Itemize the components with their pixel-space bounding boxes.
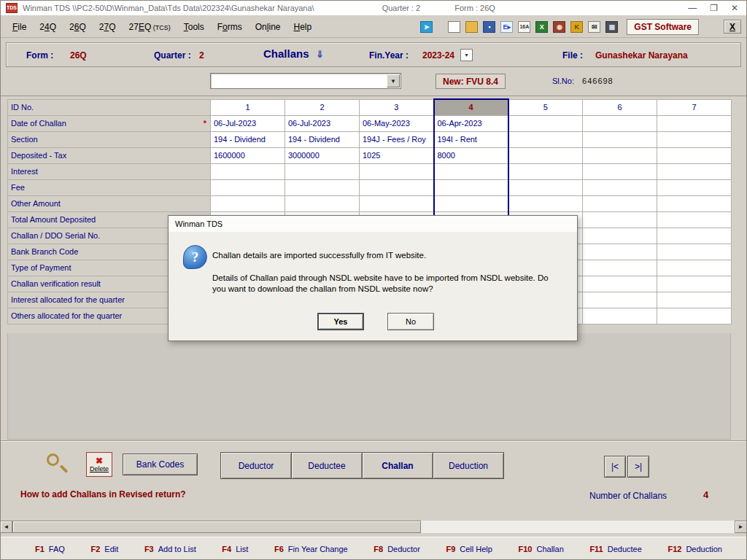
tab-deductor[interactable]: Deductor [220,452,292,479]
grid-cell[interactable]: 06-Jul-2023 [285,115,360,131]
grid-cell[interactable] [583,179,657,195]
menu-forms[interactable]: Forms [211,19,249,35]
grid-cell[interactable] [508,131,583,147]
grid-cell[interactable] [657,131,732,147]
gst-software-button[interactable]: GST Software [627,19,699,35]
grid-cell[interactable] [211,163,285,179]
fkey-f12[interactable]: F12Deduction [667,545,722,553]
grid-cell[interactable]: 194I - Rent [434,131,508,147]
grid-cell[interactable] [360,195,434,211]
fkey-f11[interactable]: F11Deductee [589,545,641,553]
tab-deduction[interactable]: Deduction [433,452,504,479]
grid-cell[interactable] [508,179,583,195]
grid-cell[interactable] [285,163,360,179]
grid-cell[interactable]: 1600000 [211,147,285,163]
tab-challan[interactable]: Challan [362,452,433,479]
grid-cell[interactable] [360,163,434,179]
grid-cell[interactable] [508,195,583,211]
grid-cell[interactable]: 1025 [360,147,434,163]
grid-cell[interactable] [434,195,508,211]
menu-tools[interactable]: Tools [177,19,211,35]
fkey-f4[interactable]: F4List [222,545,248,553]
grid-cell[interactable] [657,147,732,163]
grid-cell[interactable] [434,163,508,179]
grid-cell[interactable] [657,228,732,244]
delete-button[interactable]: ✖ Delete [86,452,112,477]
challan-search-combobox[interactable]: ▼ [210,73,401,89]
column-header-cell[interactable]: 1 [211,99,285,115]
column-header-cell[interactable]: 4 [434,99,508,115]
grid-cell[interactable] [285,195,360,211]
scrollbar-thumb[interactable] [12,521,421,533]
grid-cell[interactable] [583,292,657,308]
nav-first-button[interactable]: |< [604,456,626,478]
grid-cell[interactable] [657,276,732,292]
menu-26q[interactable]: 26Q [63,19,93,35]
scroll-left-icon[interactable]: ◄ [0,521,12,533]
grid-cell[interactable] [583,276,657,292]
fkey-f2[interactable]: F2Edit [90,545,118,553]
grid-cell[interactable] [657,115,732,131]
column-header-cell[interactable]: 5 [508,99,583,115]
chevron-down-icon[interactable]: ▼ [387,74,400,88]
grid-cell[interactable] [583,244,657,260]
grid-cell[interactable] [583,131,657,147]
grid-cell[interactable]: 194J - Fees / Roy [360,131,434,147]
grid-cell[interactable] [657,244,732,260]
grid-cell[interactable] [583,147,657,163]
menu-online[interactable]: Online [249,19,287,35]
grid-cell[interactable] [211,179,285,195]
open-folder-icon[interactable] [465,21,478,33]
grid-cell[interactable]: 06-May-2023 [360,115,434,131]
menu-file[interactable]: File [6,19,33,35]
menu-help[interactable]: Help [287,19,318,35]
keys-icon[interactable]: K [570,21,583,33]
no-button[interactable]: No [387,313,434,330]
close-button[interactable]: ✕ [731,3,738,13]
grid-cell[interactable] [657,163,732,179]
yes-button[interactable]: Yes [317,313,364,330]
grid-cell[interactable]: 8000 [434,147,508,163]
grid-cell[interactable] [508,115,583,131]
lock-icon[interactable]: ◉ [553,21,565,33]
search-icon[interactable] [45,452,70,477]
column-header-cell[interactable]: 6 [583,99,657,115]
column-header-cell[interactable]: 3 [360,99,434,115]
grid-cell[interactable] [657,179,732,195]
grid-cell[interactable] [657,195,732,211]
backup-icon[interactable]: ▦ [605,21,618,33]
column-header-cell[interactable]: 2 [285,99,360,115]
grid-cell[interactable] [508,147,583,163]
grid-cell[interactable] [285,179,360,195]
close-form-button[interactable]: X [724,20,741,34]
save-icon[interactable]: ▪ [483,21,495,33]
grid-cell[interactable] [583,195,657,211]
grid-cell[interactable] [583,308,657,324]
grid-cell[interactable] [657,211,732,228]
fkey-f9[interactable]: F9Cell Help [446,545,492,553]
tab-deductee[interactable]: Deductee [291,452,363,479]
email-icon[interactable]: ✉ [588,21,600,33]
grid-cell[interactable]: 06-Apr-2023 [434,115,508,131]
maximize-button[interactable]: ❐ [710,3,718,13]
fkey-f10[interactable]: F10Challan [519,545,564,553]
grid-cell[interactable]: 06-Jul-2023 [211,115,285,131]
horizontal-scrollbar[interactable]: ◄ ► [0,521,747,533]
grid-cell[interactable] [583,260,657,276]
menu-27eq[interactable]: 27EQ (TCS) [123,19,177,35]
excel-export-icon[interactable]: X [535,21,548,33]
fkey-f6[interactable]: F6Fin Year Change [274,545,348,553]
form-16a-icon[interactable]: 16A [518,21,530,33]
grid-cell[interactable] [583,115,657,131]
nav-last-button[interactable]: >| [627,456,649,478]
menu-24q[interactable]: 24Q [33,19,63,35]
column-header-cell[interactable]: 7 [657,99,732,115]
grid-cell[interactable] [583,211,657,228]
menu-27q[interactable]: 27Q [93,19,123,35]
grid-cell[interactable]: 3000000 [285,147,360,163]
grid-cell[interactable]: 194 - Dividend [285,131,360,147]
grid-cell[interactable] [657,308,732,324]
fkey-f3[interactable]: F3Add to List [144,545,196,553]
bank-codes-button[interactable]: Bank Codes [123,454,198,475]
fkey-f1[interactable]: F1FAQ [35,545,65,553]
